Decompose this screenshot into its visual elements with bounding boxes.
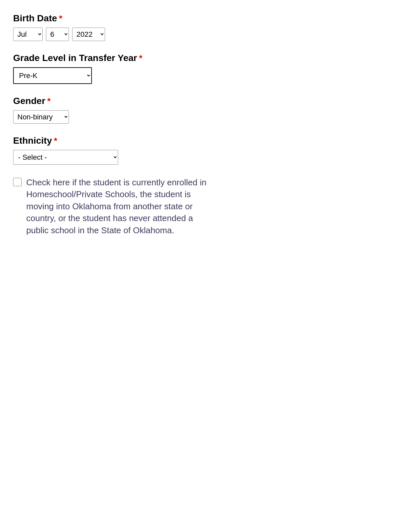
grade-level-label-text: Grade Level in Transfer Year	[13, 53, 137, 63]
ethnicity-required-star: *	[54, 136, 57, 146]
homeschool-checkbox-section: Check here if the student is currently e…	[13, 176, 407, 236]
homeschool-checkbox[interactable]	[13, 178, 22, 186]
ethnicity-label-text: Ethnicity	[13, 135, 52, 146]
gender-select[interactable]: Male Female Non-binary	[13, 110, 69, 124]
ethnicity-section: Ethnicity * - Select - Hispanic or Latin…	[13, 135, 407, 165]
ethnicity-label: Ethnicity *	[13, 135, 407, 146]
gender-label-text: Gender	[13, 96, 45, 106]
birth-year-select[interactable]: 2022	[72, 28, 105, 41]
birth-date-section: Birth Date * Jul Feb Mar Apr May Jun Jul…	[13, 13, 407, 41]
grade-level-label: Grade Level in Transfer Year *	[13, 53, 407, 63]
grade-level-select[interactable]: Pre-K Kindergarten 1st 2nd 3rd 4th 5th 6…	[13, 67, 92, 84]
homeschool-checkbox-label: Check here if the student is currently e…	[26, 176, 210, 236]
birth-date-required-star: *	[59, 13, 62, 24]
ethnicity-select[interactable]: - Select - Hispanic or Latino Not Hispan…	[13, 150, 118, 165]
grade-level-section: Grade Level in Transfer Year * Pre-K Kin…	[13, 53, 407, 84]
birth-date-inputs: Jul Feb Mar Apr May Jun Jul Aug Sep Oct …	[13, 28, 407, 41]
grade-level-required-star: *	[139, 53, 142, 63]
birth-month-select[interactable]: Jul Feb Mar Apr May Jun Jul Aug Sep Oct …	[13, 28, 43, 41]
gender-label: Gender *	[13, 96, 407, 106]
gender-required-star: *	[47, 96, 51, 106]
birth-day-select[interactable]: 6	[46, 28, 69, 41]
birth-date-label: Birth Date *	[13, 13, 407, 24]
gender-section: Gender * Male Female Non-binary	[13, 96, 407, 124]
birth-date-label-text: Birth Date	[13, 13, 57, 24]
